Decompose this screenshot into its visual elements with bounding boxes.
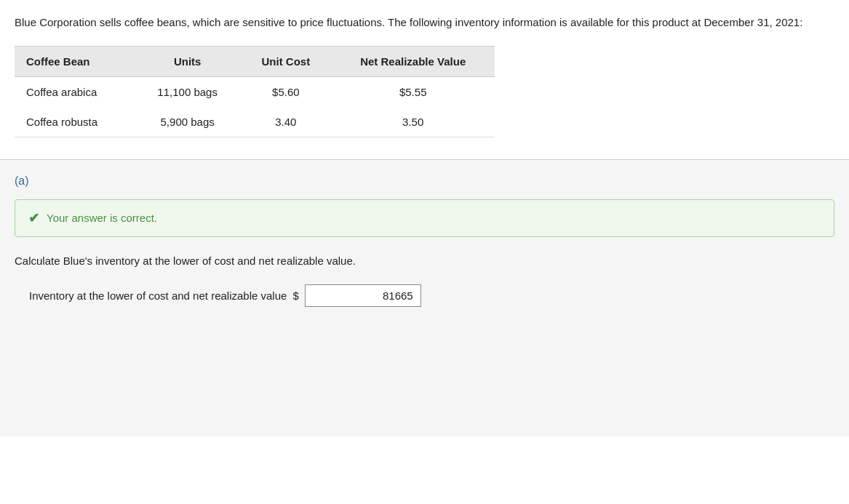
row2-unit-cost: 3.40: [240, 107, 331, 137]
dollar-sign: $: [292, 289, 298, 302]
row2-units: 5,900 bags: [135, 107, 240, 137]
col-header-unit-cost: Unit Cost: [240, 46, 331, 76]
row1-nrv: $5.55: [331, 76, 495, 107]
correct-answer-text: Your answer is correct.: [47, 212, 157, 224]
part-label: (a): [15, 175, 834, 188]
row2-nrv: 3.50: [331, 107, 495, 137]
row1-unit-cost: $5.60: [240, 76, 331, 107]
table-header-row: Coffee Bean Units Unit Cost Net Realizab…: [15, 46, 495, 76]
answer-label: Inventory at the lower of cost and net r…: [29, 289, 287, 302]
correct-answer-box: ✔ Your answer is correct.: [15, 199, 834, 237]
inventory-table: Coffee Bean Units Unit Cost Net Realizab…: [15, 46, 495, 137]
row1-units: 11,100 bags: [135, 76, 240, 107]
intro-paragraph: Blue Corporation sells coffee beans, whi…: [15, 15, 834, 31]
row1-coffee-bean: Coffea arabica: [15, 76, 135, 107]
col-header-nrv: Net Realizable Value: [331, 46, 495, 76]
instruction-text: Calculate Blue's inventory at the lower …: [15, 255, 834, 267]
checkmark-icon: ✔: [28, 210, 39, 226]
answer-row: Inventory at the lower of cost and net r…: [15, 284, 834, 307]
bottom-section: (a) ✔ Your answer is correct. Calculate …: [0, 160, 849, 436]
col-header-units: Units: [135, 46, 240, 76]
top-section: Blue Corporation sells coffee beans, whi…: [0, 0, 849, 160]
table-row: Coffea arabica 11,100 bags $5.60 $5.55: [15, 76, 495, 107]
col-header-coffee-bean: Coffee Bean: [15, 46, 135, 76]
inventory-value-input[interactable]: [305, 284, 421, 307]
table-row: Coffea robusta 5,900 bags 3.40 3.50: [15, 107, 495, 137]
row2-coffee-bean: Coffea robusta: [15, 107, 135, 137]
